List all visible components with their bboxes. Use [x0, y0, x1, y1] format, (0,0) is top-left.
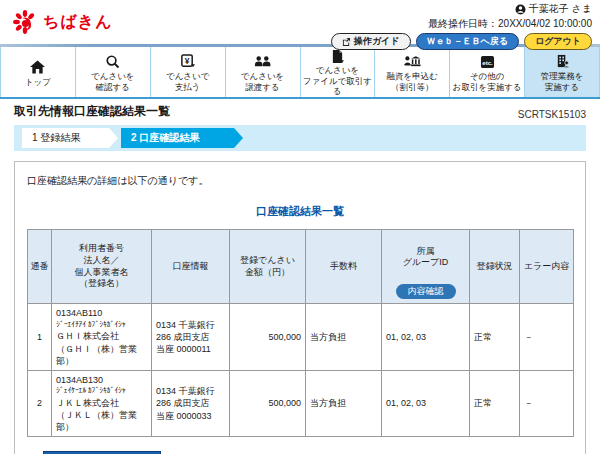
nav-top[interactable]: トップ: [0, 47, 76, 97]
building-icon: [555, 53, 570, 70]
file-icon: [331, 49, 344, 64]
user-info: 千葉花子 さま: [331, 2, 592, 16]
fee-cell: 当方負担: [306, 370, 382, 436]
nav-label: でんさいを 確認する: [91, 71, 135, 92]
nav-pay-densai[interactable]: ¥ でんさいで 支払う: [151, 47, 226, 97]
col-group-label: 所属 グループID: [383, 246, 468, 269]
corp-name: ＧＨＩ株式会社: [56, 330, 147, 342]
user-cell: 0134AB130 ｼﾞｪｲｹｰｴﾙ ｶﾌﾞｼｷｶﾞｲｼｬ ＪＫＬ株式会社 （Ｊ…: [52, 370, 152, 436]
amount-cell: 500,000: [230, 370, 306, 436]
nav-admin-tasks[interactable]: 管理業務を 実施する: [525, 47, 600, 97]
status-cell: 正常: [470, 370, 520, 436]
table-header-row: 通番 利用者番号 法人名／ 個人事業者名 （登録名） 口座情報 登録でんさい 金…: [28, 230, 574, 304]
nav-label: 融資を申込む （割引等）: [387, 71, 438, 92]
operation-guide-button[interactable]: 操作ガイド: [331, 33, 411, 50]
bank-logo[interactable]: ちばきん: [12, 9, 113, 35]
fee-cell: 当方負担: [306, 304, 382, 370]
description-text: 口座確認結果の詳細は以下の通りです。: [27, 174, 573, 188]
account-cell: 0134 千葉銀行 286 成田支店 当座 0000011: [152, 304, 230, 370]
step-account-confirm-result: 2 口座確認結果: [121, 128, 243, 148]
yen-document-icon: ¥: [180, 53, 195, 70]
status-cell: 正常: [470, 304, 520, 370]
user-number: 0134AB130: [56, 374, 147, 386]
user-cell: 0134AB110 ｼﾞｰｴｲﾁｱｲ ｶﾌﾞｼｷｶﾞｲｼｬ ＧＨＩ株式会社 （Ｇ…: [52, 304, 152, 370]
col-group: 所属 グループID 内容確認: [382, 230, 470, 304]
nav-label: でんさいを ファイルで取引する: [301, 65, 375, 97]
col-seq: 通番: [28, 230, 52, 304]
search-icon: [105, 53, 120, 70]
col-account: 口座情報: [152, 230, 230, 304]
seq-cell: 2: [28, 370, 52, 436]
screen-id: SCRTSK15103: [518, 109, 586, 120]
corp-name: ＪＫＬ株式会社: [56, 397, 147, 409]
step-registration-result: 1 登録結果: [22, 128, 118, 148]
content-confirm-button[interactable]: 内容確認: [396, 284, 456, 300]
nav-confirm-densai[interactable]: でんさいを 確認する: [76, 47, 151, 97]
col-user: 利用者番号 法人名／ 個人事業者名 （登録名）: [52, 230, 152, 304]
error-cell: －: [520, 370, 574, 436]
web-eb-back-button[interactable]: Ｗｅｂ－ＥＢへ戻る: [416, 33, 519, 50]
nav-label: でんさいを 譲渡する: [241, 71, 285, 92]
nav-label: でんさいで 支払う: [166, 71, 210, 92]
group-cell: 01, 02, 03: [382, 370, 470, 436]
main-nav: トップ でんさいを 確認する ¥ でんさいで 支払う でんさいを 譲渡する でん…: [0, 47, 600, 97]
account-cell: 0134 千葉銀行 286 成田支店 当座 0000033: [152, 370, 230, 436]
last-operation-datetime: 最終操作日時：20XX/04/02 10:00:00: [331, 17, 592, 31]
user-kana: ｼﾞｪｲｹｰｴﾙ ｶﾌﾞｼｷｶﾞｲｼｬ: [56, 386, 147, 397]
error-cell: －: [520, 304, 574, 370]
nav-label: その他の お取引を実施する: [453, 71, 522, 92]
person-bank-icon: [404, 53, 421, 70]
col-fee: 手数料: [306, 230, 382, 304]
registered-name: （ＪＫＬ（株）営業部）: [56, 409, 147, 433]
col-amount: 登録でんさい 金額（円）: [230, 230, 306, 304]
col-status: 登録状況: [470, 230, 520, 304]
nav-transfer-densai[interactable]: でんさいを 譲渡する: [226, 47, 301, 97]
user-number: 0134AB110: [56, 307, 147, 319]
user-icon: [515, 4, 526, 15]
logout-button[interactable]: ログアウト: [524, 33, 592, 50]
nav-apply-loan[interactable]: 融資を申込む （割引等）: [375, 47, 450, 97]
svg-text:etc.: etc.: [482, 60, 493, 66]
nav-label: トップ: [25, 77, 51, 88]
amount-cell: 500,000: [230, 304, 306, 370]
seq-cell: 1: [28, 304, 52, 370]
table-row: 1 0134AB110 ｼﾞｰｴｲﾁｱｲ ｶﾌﾞｼｷｶﾞｲｼｬ ＧＨＩ株式会社 …: [28, 304, 574, 370]
external-link-icon: [342, 37, 351, 46]
chibakin-flower-icon: [12, 9, 38, 35]
nav-other-transactions[interactable]: etc. その他の お取引を実施する: [450, 47, 525, 97]
nav-label: 管理業務を 実施する: [541, 71, 584, 92]
brand-name: ちばきん: [43, 12, 113, 33]
user-name: 千葉花子 さま: [529, 2, 592, 16]
nav-file-transaction[interactable]: でんさいを ファイルで取引する: [301, 47, 376, 97]
page-title: 取引先情報口座確認結果一覧: [14, 103, 170, 120]
account-confirm-table: 通番 利用者番号 法人名／ 個人事業者名 （登録名） 口座情報 登録でんさい 金…: [27, 229, 574, 437]
step-indicator: 1 登録結果 2 口座確認結果: [14, 125, 586, 151]
people-icon: [254, 53, 271, 70]
group-cell: 01, 02, 03: [382, 304, 470, 370]
etc-icon: etc.: [480, 53, 495, 70]
user-kana: ｼﾞｰｴｲﾁｱｲ ｶﾌﾞｼｷｶﾞｲｼｬ: [56, 320, 147, 331]
table-title: 口座確認結果一覧: [27, 204, 573, 219]
registered-name: （ＧＨＩ（株）営業部）: [56, 343, 147, 367]
home-icon: [30, 59, 45, 76]
content-panel: 口座確認結果の詳細は以下の通りです。 口座確認結果一覧 通番 利用者番号 法人名…: [14, 161, 586, 454]
operation-guide-label: 操作ガイド: [354, 37, 400, 46]
svg-text:¥: ¥: [185, 56, 190, 66]
header: ちばきん 千葉花子 さま 最終操作日時：20XX/04/02 10:00:00: [0, 0, 600, 44]
table-row: 2 0134AB130 ｼﾞｪｲｹｰｴﾙ ｶﾌﾞｼｷｶﾞｲｼｬ ＪＫＬ株式会社 …: [28, 370, 574, 436]
col-error: エラー内容: [520, 230, 574, 304]
